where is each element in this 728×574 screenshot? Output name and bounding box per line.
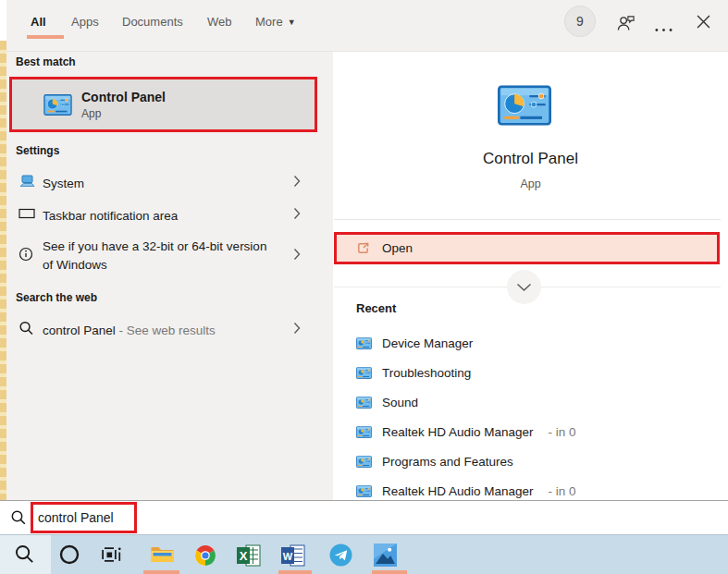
word-button[interactable]: W — [281, 544, 305, 570]
recent-item-label: Sound — [382, 396, 418, 409]
preview-app-title: Control Panel — [333, 150, 728, 168]
best-match-title: Control Panel — [81, 90, 166, 104]
desktop-edge-strip — [0, 41, 6, 500]
running-indicator — [278, 570, 312, 574]
chrome-button[interactable] — [194, 544, 216, 570]
search-filter-header: All Apps Documents Web More▼ 9 — [6, 0, 728, 52]
control-panel-icon — [356, 337, 372, 349]
best-match-header: Best match — [16, 55, 76, 68]
active-tab-indicator — [27, 35, 64, 39]
best-match-result[interactable]: Control Panel App — [9, 77, 317, 132]
tab-apps[interactable]: Apps — [71, 15, 99, 29]
chevron-right-icon — [293, 322, 301, 338]
open-button-label: Open — [382, 241, 413, 255]
recent-item-label: Realtek HD Audio Manager — [382, 484, 534, 498]
svg-text:X: X — [240, 549, 248, 563]
system-icon — [19, 174, 35, 192]
search-icon — [19, 321, 34, 340]
file-explorer-button[interactable] — [150, 544, 175, 568]
search-web-header: Search the web — [16, 291, 97, 304]
settings-item-label: Taskbar notification area — [43, 209, 178, 223]
search-icon — [10, 509, 27, 530]
recent-item[interactable]: Programs and Features — [356, 446, 717, 476]
settings-header: Settings — [16, 144, 59, 157]
web-query: control Panel — [43, 324, 116, 337]
telegram-button[interactable] — [329, 543, 352, 570]
chevron-right-icon — [293, 248, 301, 264]
recent-item-label: Device Manager — [382, 336, 473, 350]
telegram-icon — [329, 543, 352, 567]
control-panel-icon — [356, 397, 372, 409]
tab-more[interactable]: More▼ — [255, 15, 296, 29]
chrome-icon — [194, 544, 216, 567]
close-icon[interactable] — [697, 15, 710, 32]
excel-button[interactable]: X — [237, 544, 261, 570]
excel-icon: X — [237, 544, 261, 567]
taskbar: X W — [0, 534, 728, 574]
web-suffix: - See web results — [119, 324, 216, 337]
task-view-icon — [100, 545, 123, 564]
recent-item[interactable]: Sound — [356, 387, 717, 417]
feedback-icon[interactable] — [615, 13, 636, 36]
chevron-down-icon — [516, 283, 532, 292]
settings-item-taskbar[interactable]: Taskbar notification area — [6, 202, 327, 229]
cortana-button[interactable] — [58, 543, 80, 569]
settings-item-label: See if you have a 32-bit or 64-bit versi… — [43, 238, 274, 275]
word-icon: W — [281, 544, 305, 567]
control-panel-icon — [43, 94, 72, 116]
taskbar-search-box[interactable]: control Panel — [0, 500, 728, 534]
photos-button[interactable] — [374, 543, 397, 570]
settings-item-label: System — [43, 177, 84, 190]
svg-text:W: W — [283, 551, 293, 562]
recent-item[interactable]: Realtek HD Audio Manager- in 0 — [356, 417, 717, 446]
result-preview-panel: Control Panel App Open Recent Device Man… — [333, 52, 728, 500]
recent-item[interactable]: Device Manager — [356, 328, 717, 358]
windows-search-flyout: All Apps Documents Web More▼ 9 Best matc… — [0, 0, 728, 574]
settings-item-bitversion[interactable]: See if you have a 32-bit or 64-bit versi… — [6, 234, 327, 278]
file-explorer-icon — [150, 544, 175, 565]
expand-button[interactable] — [507, 270, 541, 304]
chevron-right-icon — [293, 175, 301, 191]
info-icon — [19, 247, 33, 265]
recent-item-label: Troubleshooting — [382, 366, 471, 380]
running-indicator — [143, 570, 179, 574]
taskbar-search-button[interactable] — [14, 543, 35, 568]
cortana-icon — [58, 543, 80, 566]
settings-item-system[interactable]: System — [6, 169, 327, 197]
chevron-right-icon — [293, 207, 301, 224]
more-options-icon[interactable] — [655, 19, 672, 36]
web-search-item[interactable]: control Panel - See web results — [6, 316, 327, 344]
recent-header: Recent — [356, 301, 396, 315]
control-panel-icon-large — [498, 85, 551, 126]
preview-app-type: App — [333, 177, 728, 190]
open-button[interactable]: Open — [334, 232, 720, 264]
recent-item-suffix: - in 0 — [549, 425, 576, 439]
tab-all[interactable]: All — [31, 15, 46, 29]
control-panel-icon — [356, 367, 372, 379]
search-icon — [14, 543, 35, 565]
taskbar-icon — [19, 207, 35, 224]
divider — [334, 219, 721, 220]
notification-badge[interactable]: 9 — [564, 6, 596, 37]
dropdown-arrow-icon: ▼ — [288, 18, 296, 27]
search-results-panel: Best match Control Panel App Settings Sy… — [6, 52, 333, 500]
running-indicator — [372, 570, 407, 574]
control-panel-icon — [356, 426, 372, 438]
best-match-type: App — [81, 107, 166, 120]
recent-item[interactable]: Troubleshooting — [356, 358, 717, 387]
search-input[interactable]: control Panel — [38, 510, 114, 525]
control-panel-icon — [356, 456, 372, 468]
photos-icon — [374, 543, 397, 567]
open-external-icon — [356, 241, 370, 255]
recent-item-label: Programs and Features — [382, 455, 513, 469]
recent-item-label: Realtek HD Audio Manager — [382, 425, 534, 439]
tab-web[interactable]: Web — [207, 15, 232, 29]
recent-item-suffix: - in 0 — [549, 484, 576, 498]
tab-documents[interactable]: Documents — [122, 15, 183, 29]
task-view-button[interactable] — [100, 545, 123, 568]
control-panel-icon — [356, 485, 372, 497]
